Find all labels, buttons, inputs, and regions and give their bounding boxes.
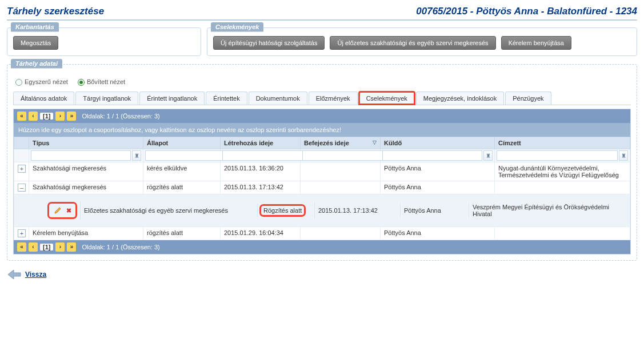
cell-status: rögzítés alatt <box>143 227 221 240</box>
filter-recipient[interactable] <box>497 150 618 161</box>
cell-recipient: Nyugat-dunántúli Környezetvédelmi, Termé… <box>495 162 630 181</box>
table-row: +Szakhatósági megkereséskérés elküldve20… <box>14 162 630 181</box>
pager-text-b: Oldalak: 1 / 1 (Összesen: 3) <box>82 244 159 250</box>
cell-created: 2015.01.13. 16:36:20 <box>221 162 301 181</box>
cell-finished <box>301 162 381 181</box>
cell-status: rögzítés alatt <box>143 181 221 194</box>
filter-status[interactable] <box>145 150 229 161</box>
cell-finished <box>301 181 381 194</box>
tab-1[interactable]: Tárgyi ingatlanok <box>75 92 138 105</box>
page-title: Tárhely szerkesztése <box>7 6 104 17</box>
detail-type: Előzetes szakhatósági és egyéb szervi me… <box>81 204 258 217</box>
col-recipient[interactable]: Címzett <box>495 137 630 149</box>
cell-created: 2015.01.13. 17:13:42 <box>221 181 301 194</box>
tab-4[interactable]: Dokumentumok <box>249 92 307 105</box>
pager-next-b[interactable]: › <box>55 242 65 252</box>
sort-desc-icon: ▽ <box>373 140 377 145</box>
cell-created: 2015.01.29. 16:04:34 <box>221 227 301 240</box>
tab-6[interactable]: Cselekmények <box>359 92 415 105</box>
view-extended-radio[interactable]: Bővített nézet <box>78 78 125 85</box>
cell-sender: Pöttyös Anna <box>381 162 495 181</box>
pager-current: [1] <box>40 113 53 120</box>
table-row: +Kérelem benyújtásarögzítés alatt2015.01… <box>14 227 630 240</box>
expand-toggle[interactable]: + <box>18 165 26 173</box>
detail-recipient: Veszprém Megyei Építésügyi és Örökségvéd… <box>469 200 623 221</box>
cell-type: Kérelem benyújtása <box>29 227 143 240</box>
case-identifier: 00765/2015 - Pöttyös Anna - Balatonfüred… <box>416 6 637 17</box>
detail-row: ✖Előzetes szakhatósági és egyéb szervi m… <box>14 194 630 227</box>
filter-sender[interactable] <box>382 150 482 161</box>
edit-icon[interactable] <box>54 206 62 214</box>
cell-status: kérés elküldve <box>143 162 221 181</box>
cell-finished <box>301 227 381 240</box>
new-permit-service-button[interactable]: Új építésügyi hatósági szolgáltatás <box>213 36 325 50</box>
pager-text: Oldalak: 1 / 1 (Összesen: 3) <box>82 113 159 120</box>
pager-last[interactable]: » <box>67 112 76 121</box>
cell-recipient <box>495 181 630 194</box>
detail-status: Rögzítés alatt <box>258 202 315 218</box>
detail-sender: Pöttyös Anna <box>401 204 469 217</box>
back-link[interactable]: Vissza <box>25 270 46 279</box>
expand-toggle[interactable]: + <box>18 229 26 237</box>
submit-request-button[interactable]: Kérelem benyújtása <box>501 36 571 50</box>
storage-data-legend: Tárhely adatai <box>11 59 62 68</box>
cell-sender: Pöttyös Anna <box>381 227 495 240</box>
delete-icon[interactable]: ✖ <box>66 207 71 214</box>
pager-current-b: [1] <box>40 244 53 250</box>
share-button[interactable]: Megosztás <box>13 36 58 50</box>
storage-data-panel: Tárhely adatai Egyszerű nézet Bővített n… <box>7 64 637 261</box>
detail-actions: ✖ <box>50 204 75 217</box>
pager-bottom: « ‹ [1] › » Oldalak: 1 / 1 (Összesen: 3) <box>14 240 630 254</box>
filter-sender-icon[interactable]: ♜ <box>483 150 493 161</box>
tab-8[interactable]: Pénzügyek <box>505 92 551 105</box>
group-hint: Húzzon ide egy oszlopot a csoportosításh… <box>14 123 630 137</box>
detail-created: 2015.01.13. 17:13:42 <box>315 204 401 217</box>
tab-5[interactable]: Előzmények <box>309 92 358 105</box>
tab-7[interactable]: Megjegyzések, indoklások <box>416 92 504 105</box>
col-sender[interactable]: Küldő <box>381 137 495 149</box>
pager-last-b[interactable]: » <box>67 242 76 252</box>
filter-recipient-icon[interactable]: ♜ <box>619 150 628 161</box>
col-type[interactable]: Típus <box>29 137 143 149</box>
back-arrow-icon <box>7 269 22 280</box>
pager-prev[interactable]: ‹ <box>29 112 38 121</box>
tab-3[interactable]: Érintettek <box>206 92 247 105</box>
expand-toggle[interactable]: – <box>18 184 26 192</box>
col-created[interactable]: Létrehozás ideje <box>221 137 301 149</box>
cell-sender: Pöttyös Anna <box>381 181 495 194</box>
filter-type[interactable] <box>31 150 131 161</box>
pager-first-b[interactable]: « <box>17 242 26 252</box>
view-simple-radio[interactable]: Egyszerű nézet <box>15 78 68 85</box>
pager-next[interactable]: › <box>55 112 65 121</box>
maintenance-legend: Karbantartás <box>11 22 59 31</box>
tab-0[interactable]: Általános adatok <box>13 92 74 105</box>
new-authority-request-button[interactable]: Új előzetes szakhatósági és egyéb szervi… <box>330 36 495 50</box>
filter-finished[interactable] <box>302 150 386 161</box>
col-expand <box>14 137 29 149</box>
tab-2[interactable]: Érintett ingatlanok <box>139 92 205 105</box>
filter-created[interactable] <box>222 150 306 161</box>
pager-prev-b[interactable]: ‹ <box>29 242 38 252</box>
cell-type: Szakhatósági megkeresés <box>29 162 143 181</box>
col-status[interactable]: Állapot <box>143 137 221 149</box>
col-finished[interactable]: Befejezés ideje▽ <box>301 137 381 149</box>
filter-type-icon[interactable]: ♜ <box>132 150 141 161</box>
pager-first[interactable]: « <box>17 112 26 121</box>
table-row: –Szakhatósági megkeresésrögzítés alatt20… <box>14 181 630 194</box>
maintenance-panel: Karbantartás Megosztás <box>7 27 201 56</box>
cell-type: Szakhatósági megkeresés <box>29 181 143 194</box>
cell-recipient <box>495 227 630 240</box>
actions-panel: Cselekmények Új építésügyi hatósági szol… <box>207 27 637 56</box>
pager-top: « ‹ [1] › » Oldalak: 1 / 1 (Összesen: 3) <box>14 109 630 123</box>
actions-legend: Cselekmények <box>211 22 263 31</box>
